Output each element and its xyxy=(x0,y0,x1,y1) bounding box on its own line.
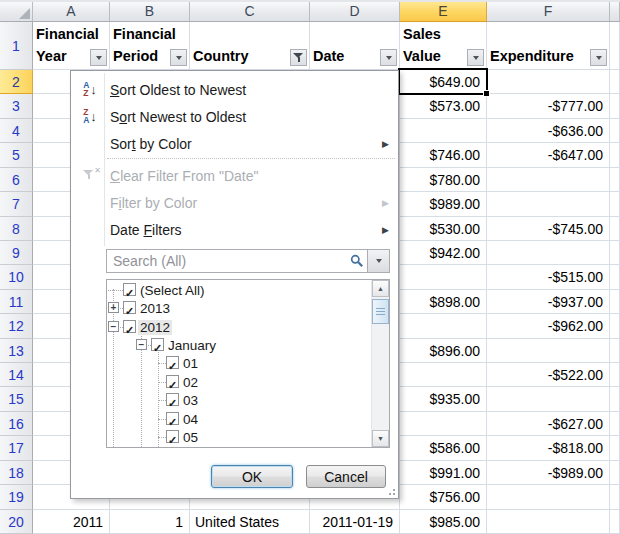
cell-partial-12[interactable] xyxy=(610,314,620,339)
cell-E8[interactable]: $530.00 xyxy=(400,217,487,241)
tree-scrollbar[interactable]: ▲ ▼ xyxy=(371,280,389,447)
cell-F8[interactable]: -$745.00 xyxy=(487,217,610,241)
cell-F3[interactable]: -$777.00 xyxy=(487,94,610,119)
column-header-D[interactable]: D xyxy=(310,2,400,22)
cell-partial-17[interactable] xyxy=(610,436,620,461)
tree-item-partial[interactable] xyxy=(107,447,372,448)
cell-F14[interactable]: -$522.00 xyxy=(487,363,610,387)
row-header-2[interactable]: 2 xyxy=(0,70,33,94)
row-header-20[interactable]: 20 xyxy=(0,510,33,534)
cell-partial-14[interactable] xyxy=(610,363,620,387)
scroll-down-button[interactable]: ▼ xyxy=(372,430,389,447)
cell-E18[interactable]: $991.00 xyxy=(400,461,487,485)
cell-F2[interactable] xyxy=(487,70,610,94)
row-header-15[interactable]: 15 xyxy=(0,387,33,412)
menu-item-filter-by-color[interactable]: Filter by Color▶ xyxy=(72,189,397,216)
filter-applied-button-country[interactable] xyxy=(290,49,307,66)
filter-dropdown-button-financial-period[interactable] xyxy=(170,49,187,66)
row-header-6[interactable]: 6 xyxy=(0,168,33,192)
cell-E12[interactable] xyxy=(400,314,487,339)
row-header-19[interactable]: 19 xyxy=(0,485,33,510)
cell-C20[interactable]: United States xyxy=(190,510,310,534)
row-header-18[interactable]: 18 xyxy=(0,461,33,485)
cell-partial-16[interactable] xyxy=(610,412,620,436)
cell-E6[interactable]: $780.00 xyxy=(400,168,487,192)
filter-dropdown-button-sales-value[interactable] xyxy=(467,49,484,66)
tree-checkbox[interactable] xyxy=(123,301,136,314)
cell-partial-15[interactable] xyxy=(610,387,620,412)
cell-F12[interactable]: -$962.00 xyxy=(487,314,610,339)
cell-F17[interactable]: -$818.00 xyxy=(487,436,610,461)
cell-F11[interactable]: -$937.00 xyxy=(487,290,610,314)
tree-item-02[interactable]: 02 xyxy=(107,374,372,392)
cell-partial-2[interactable] xyxy=(610,70,620,94)
cell-E10[interactable] xyxy=(400,265,487,290)
scrollbar-thumb[interactable] xyxy=(372,299,389,324)
menu-item-clear-filter-from-date[interactable]: ✕Clear Filter From "Date" xyxy=(72,162,397,189)
cell-partial-8[interactable] xyxy=(610,217,620,241)
cell-F19[interactable] xyxy=(487,485,610,510)
cell-partial-5[interactable] xyxy=(610,143,620,168)
filter-dropdown-button-date[interactable] xyxy=(380,49,397,66)
field-header-financial-period[interactable]: FinancialPeriod xyxy=(110,22,190,70)
filter-dropdown-button-expenditure[interactable] xyxy=(590,49,607,66)
select-all-corner[interactable] xyxy=(0,2,33,22)
cell-partial-10[interactable] xyxy=(610,265,620,290)
menu-item-sort-by-color[interactable]: Sort by Color▶ xyxy=(72,130,397,157)
menu-item-sort-oldest-to-newest[interactable]: AZ↓Sort Oldest to Newest xyxy=(72,76,397,103)
row-header-8[interactable]: 8 xyxy=(0,217,33,241)
field-header-expenditure[interactable]: Expenditure xyxy=(487,22,610,70)
cell-F16[interactable]: -$627.00 xyxy=(487,412,610,436)
tree-item-01[interactable]: 01 xyxy=(107,355,372,373)
ok-button[interactable]: OK xyxy=(211,465,293,488)
tree-item-select-all[interactable]: (Select All) xyxy=(107,282,372,300)
cell-E3[interactable]: $573.00 xyxy=(400,94,487,119)
cell-F18[interactable]: -$989.00 xyxy=(487,461,610,485)
cell-E9[interactable]: $942.00 xyxy=(400,241,487,265)
cell-partial-7[interactable] xyxy=(610,192,620,217)
row-header-1[interactable]: 1 xyxy=(0,22,33,70)
column-header-B[interactable]: B xyxy=(110,2,190,22)
collapse-minus-icon[interactable]: − xyxy=(136,339,147,350)
fill-handle[interactable] xyxy=(483,90,490,97)
cell-partial-3[interactable] xyxy=(610,94,620,119)
cell-partial-19[interactable] xyxy=(610,485,620,510)
resize-grip[interactable] xyxy=(385,485,397,497)
tree-item-2013[interactable]: +2013 xyxy=(107,300,372,318)
row-header-10[interactable]: 10 xyxy=(0,265,33,290)
row-header-16[interactable]: 16 xyxy=(0,412,33,436)
cell-F7[interactable] xyxy=(487,192,610,217)
cell-partial-18[interactable] xyxy=(610,461,620,485)
expand-plus-icon[interactable]: + xyxy=(108,302,119,313)
cell-E7[interactable]: $989.00 xyxy=(400,192,487,217)
tree-checkbox[interactable] xyxy=(123,320,136,333)
cell-F20[interactable] xyxy=(487,510,610,534)
cell-F10[interactable]: -$515.00 xyxy=(487,265,610,290)
row-header-9[interactable]: 9 xyxy=(0,241,33,265)
column-header-partial[interactable] xyxy=(610,2,620,22)
cell-E19[interactable]: $756.00 xyxy=(400,485,487,510)
tree-checkbox[interactable] xyxy=(166,393,179,406)
column-header-A[interactable]: A xyxy=(33,2,110,22)
tree-item-january[interactable]: −January xyxy=(107,337,372,355)
row-header-17[interactable]: 17 xyxy=(0,436,33,461)
cell-E5[interactable]: $746.00 xyxy=(400,143,487,168)
column-header-E[interactable]: E xyxy=(400,2,487,22)
menu-item-date-filters[interactable]: Date Filters▶ xyxy=(72,216,397,243)
menu-item-sort-newest-to-oldest[interactable]: ZA↓Sort Newest to Oldest xyxy=(72,103,397,130)
cell-partial-9[interactable] xyxy=(610,241,620,265)
tree-item-04[interactable]: 04 xyxy=(107,411,372,429)
search-dropdown-button[interactable] xyxy=(367,249,390,273)
tree-checkbox[interactable] xyxy=(151,338,164,351)
cell-partial-4[interactable] xyxy=(610,119,620,143)
row-header-13[interactable]: 13 xyxy=(0,339,33,363)
tree-checkbox[interactable] xyxy=(166,375,179,388)
cell-partial-6[interactable] xyxy=(610,168,620,192)
search-input[interactable] xyxy=(107,250,367,272)
cell-F6[interactable] xyxy=(487,168,610,192)
cell-B20[interactable]: 1 xyxy=(110,510,190,534)
cell-partial-20[interactable] xyxy=(610,510,620,534)
cancel-button[interactable]: Cancel xyxy=(306,465,386,488)
cell-F15[interactable] xyxy=(487,387,610,412)
column-header-F[interactable]: F xyxy=(487,2,610,22)
